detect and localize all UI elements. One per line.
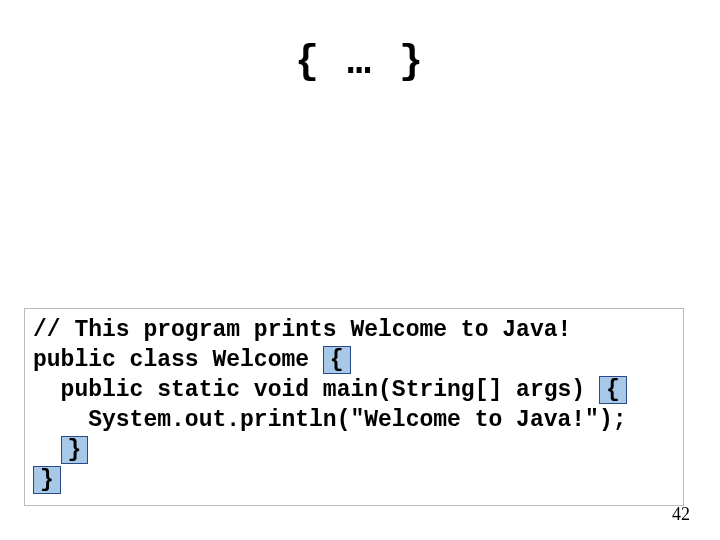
slide-title: { … }: [0, 40, 720, 85]
code-line-3: public static void main(String[] args) {: [33, 375, 675, 405]
code-text: public static void main(String[] args): [33, 377, 599, 403]
code-block: // This program prints Welcome to Java! …: [24, 308, 684, 506]
open-brace-highlight: {: [599, 376, 627, 404]
code-line-1: // This program prints Welcome to Java!: [33, 315, 675, 345]
close-brace-highlight: }: [33, 466, 61, 494]
code-line-6: }: [33, 465, 675, 495]
code-line-4: System.out.println("Welcome to Java!");: [33, 405, 675, 435]
close-brace-highlight: }: [61, 436, 89, 464]
open-brace-highlight: {: [323, 346, 351, 374]
page-number: 42: [672, 504, 690, 525]
code-indent: [33, 437, 61, 463]
code-line-5: }: [33, 435, 675, 465]
code-text: public class Welcome: [33, 347, 323, 373]
slide: { … } // This program prints Welcome to …: [0, 0, 720, 540]
code-line-2: public class Welcome {: [33, 345, 675, 375]
